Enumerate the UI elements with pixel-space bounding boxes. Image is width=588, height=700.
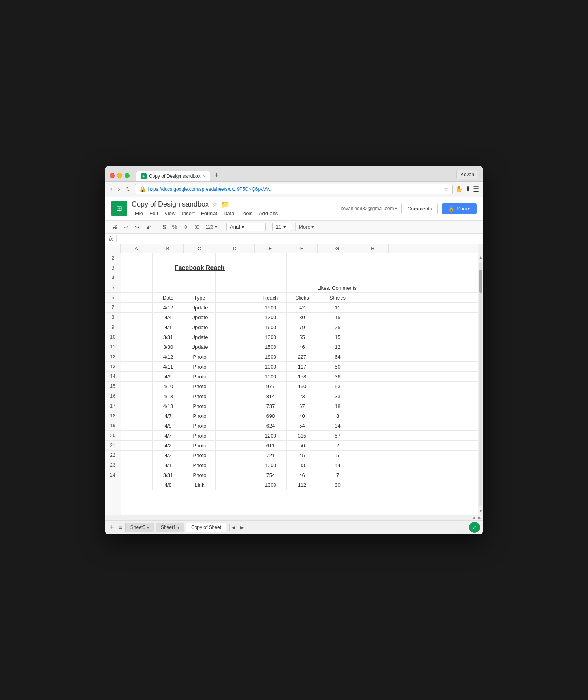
cell-12-5[interactable]: 117 — [287, 362, 318, 372]
cell-5-4[interactable] — [255, 283, 287, 293]
scroll-thumb[interactable] — [479, 270, 482, 293]
cell-6-3[interactable] — [216, 303, 255, 313]
cell-7-5[interactable]: 80 — [287, 313, 318, 322]
cell-14-3[interactable] — [216, 382, 255, 391]
cell-11-2[interactable]: Photo — [184, 352, 216, 362]
cell-8-0[interactable] — [121, 322, 153, 332]
cell-16-3[interactable] — [216, 401, 255, 411]
row-number-15[interactable]: 15 — [105, 382, 121, 391]
cell-21-6[interactable]: 5 — [318, 451, 357, 460]
cell-7-4[interactable]: 1300 — [255, 313, 287, 322]
cell-4-2[interactable] — [184, 273, 216, 283]
menu-format[interactable]: Format — [198, 210, 220, 217]
cell-12-0[interactable] — [121, 362, 153, 372]
cell-20-3[interactable] — [216, 441, 255, 451]
share-button[interactable]: 🔒 Share — [442, 203, 477, 214]
cell-22-1[interactable]: 4/1 — [153, 460, 184, 470]
sheet-tab-sheet5[interactable]: Sheet5 ▾ — [125, 523, 154, 532]
cell-23-7[interactable] — [357, 470, 389, 480]
cell-8-6[interactable]: 25 — [318, 322, 357, 332]
cell-17-6[interactable]: 8 — [318, 411, 357, 421]
row-number-16[interactable]: 16 — [105, 391, 121, 401]
percent-button[interactable]: % — [170, 222, 179, 232]
cell-5-5[interactable] — [287, 283, 318, 293]
row-number-9[interactable]: 9 — [105, 322, 121, 332]
cell-10-1[interactable]: 3/30 — [153, 342, 184, 352]
formula-input[interactable] — [120, 236, 479, 242]
cell-13-3[interactable] — [216, 372, 255, 382]
cell-18-5[interactable]: 54 — [287, 421, 318, 431]
header-cell-7[interactable] — [357, 293, 389, 303]
cell-3-0[interactable] — [121, 263, 153, 273]
row-number-10[interactable]: 10 — [105, 332, 121, 342]
url-bar[interactable]: 🔒 https://docs.google.com/spreadsheets/d… — [135, 184, 453, 194]
fullscreen-button[interactable] — [125, 173, 130, 178]
cell-16-5[interactable]: 67 — [287, 401, 318, 411]
cell-2-1[interactable] — [153, 253, 184, 263]
tab-next-button[interactable]: ▶ — [238, 524, 246, 531]
cell-21-3[interactable] — [216, 451, 255, 460]
cell-22-7[interactable] — [357, 460, 389, 470]
header-cell-4[interactable]: Reach — [255, 293, 287, 303]
cell-17-7[interactable] — [357, 411, 389, 421]
cell-6-2[interactable]: Update — [184, 303, 216, 313]
star-button[interactable]: ☆ — [212, 201, 218, 208]
menu-icon[interactable]: ☰ — [473, 185, 479, 194]
scroll-up-arrow[interactable]: ▲ — [479, 253, 483, 261]
cell-9-2[interactable]: Update — [184, 332, 216, 342]
undo-button[interactable]: ↩ — [121, 222, 131, 232]
pocket-icon[interactable]: ⬇ — [465, 185, 471, 193]
cell-8-1[interactable]: 4/1 — [153, 322, 184, 332]
header-cell-5[interactable]: Clicks — [287, 293, 318, 303]
cell-21-1[interactable]: 4/2 — [153, 451, 184, 460]
sheet-menu-button[interactable]: ≡ — [117, 524, 124, 531]
refresh-button[interactable]: ↻ — [124, 184, 132, 194]
cell-3-5[interactable] — [287, 263, 318, 273]
cell-19-0[interactable] — [121, 431, 153, 441]
col-header-d[interactable]: D — [215, 244, 255, 253]
cell-20-2[interactable]: Photo — [184, 441, 216, 451]
cell-17-2[interactable]: Photo — [184, 411, 216, 421]
cell-4-0[interactable] — [121, 273, 153, 283]
cell-4-6[interactable] — [318, 273, 357, 283]
cell-8-3[interactable] — [216, 322, 255, 332]
cell-7-3[interactable] — [216, 313, 255, 322]
cell-13-7[interactable] — [357, 372, 389, 382]
cell-2-0[interactable] — [121, 253, 153, 263]
cell-20-7[interactable] — [357, 441, 389, 451]
col-header-g[interactable]: G — [318, 244, 357, 253]
cell-15-4[interactable]: 814 — [255, 391, 287, 401]
row-number-4[interactable]: 4 — [105, 273, 121, 283]
cell-3-7[interactable] — [357, 263, 389, 273]
cell-18-7[interactable] — [357, 421, 389, 431]
comments-button[interactable]: Comments — [401, 203, 438, 214]
cell-8-5[interactable]: 79 — [287, 322, 318, 332]
cell-23-6[interactable]: 7 — [318, 470, 357, 480]
cell-9-5[interactable]: 55 — [287, 332, 318, 342]
cell-24-3[interactable] — [216, 480, 255, 490]
cell-17-1[interactable]: 4/7 — [153, 411, 184, 421]
cell-21-5[interactable]: 45 — [287, 451, 318, 460]
cell-23-2[interactable]: Photo — [184, 470, 216, 480]
cell-9-1[interactable]: 3/31 — [153, 332, 184, 342]
header-cell-2[interactable]: Type — [184, 293, 216, 303]
row-number-2[interactable]: 2 — [105, 253, 121, 263]
cell-9-7[interactable] — [357, 332, 389, 342]
col-header-c[interactable]: C — [184, 244, 215, 253]
cell-7-7[interactable] — [357, 313, 389, 322]
cell-14-4[interactable]: 977 — [255, 382, 287, 391]
cell-17-0[interactable] — [121, 411, 153, 421]
cell-4-7[interactable] — [357, 273, 389, 283]
cell-13-5[interactable]: 158 — [287, 372, 318, 382]
cell-10-4[interactable]: 1500 — [255, 342, 287, 352]
cell-7-0[interactable] — [121, 313, 153, 322]
cell-20-0[interactable] — [121, 441, 153, 451]
cell-24-2[interactable]: Link — [184, 480, 216, 490]
cell-10-2[interactable]: Update — [184, 342, 216, 352]
cell-20-5[interactable]: 50 — [287, 441, 318, 451]
cell-21-0[interactable] — [121, 451, 153, 460]
cell-22-6[interactable]: 44 — [318, 460, 357, 470]
cell-8-7[interactable] — [357, 322, 389, 332]
cell-13-4[interactable]: 1000 — [255, 372, 287, 382]
cell-19-3[interactable] — [216, 431, 255, 441]
